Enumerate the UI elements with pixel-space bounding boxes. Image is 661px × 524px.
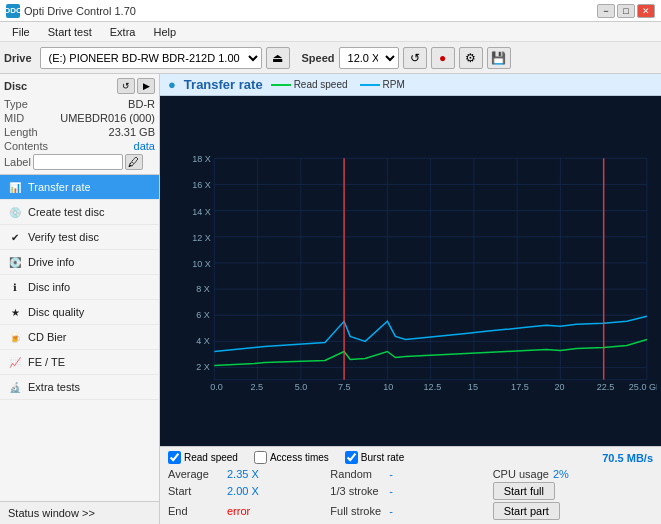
sidebar: Disc ↺ ▶ Type BD-R MID UMEBDR016 (000) L… <box>0 74 160 524</box>
access-times-checkbox-label: Access times <box>270 452 329 463</box>
svg-text:10: 10 <box>383 382 393 392</box>
nav-cd-bier-label: CD Bier <box>28 331 67 343</box>
rpm-legend-color <box>360 84 380 86</box>
nav-disc-info-label: Disc info <box>28 281 70 293</box>
stat-start-row: Start 2.00 X <box>168 482 328 500</box>
stat-fullstroke-label: Full stroke <box>330 505 385 517</box>
menu-bar: File Start test Extra Help <box>0 22 661 42</box>
app-icon: ODC <box>6 4 20 18</box>
window-controls[interactable]: − □ ✕ <box>597 4 655 18</box>
drive-select[interactable]: (E:) PIONEER BD-RW BDR-212D 1.00 <box>40 47 262 69</box>
extra-tests-icon: 🔬 <box>8 380 22 394</box>
start-part-button[interactable]: Start part <box>493 502 560 520</box>
menu-file[interactable]: File <box>4 24 38 40</box>
read-speed-checkbox-label: Read speed <box>184 452 238 463</box>
disc-mid-label: MID <box>4 112 24 124</box>
svg-text:10 X: 10 X <box>192 259 211 269</box>
nav-fe-te[interactable]: 📈 FE / TE <box>0 350 159 375</box>
disc-length-value: 23.31 GB <box>109 126 155 138</box>
title-bar: ODC Opti Drive Control 1.70 − □ ✕ <box>0 0 661 22</box>
stat-cpu-label: CPU usage <box>493 468 549 480</box>
burn-button[interactable]: ● <box>431 47 455 69</box>
speed-select[interactable]: 12.0 X ▼ <box>339 47 399 69</box>
nav-transfer-rate-label: Transfer rate <box>28 181 91 193</box>
nav-transfer-rate[interactable]: 📊 Transfer rate <box>0 175 159 200</box>
main-area: Disc ↺ ▶ Type BD-R MID UMEBDR016 (000) L… <box>0 74 661 524</box>
disc-info-icon[interactable]: ▶ <box>137 78 155 94</box>
disc-label-row: Label 🖊 <box>4 154 155 170</box>
svg-text:14 X: 14 X <box>192 207 211 217</box>
chart-title: Transfer rate <box>184 77 263 92</box>
nav-disc-quality-label: Disc quality <box>28 306 84 318</box>
disc-label-label: Label <box>4 156 31 168</box>
access-times-checkbox[interactable] <box>254 451 267 464</box>
svg-text:8 X: 8 X <box>196 284 210 294</box>
read-speed-legend-color <box>271 84 291 86</box>
start-full-button[interactable]: Start full <box>493 482 555 500</box>
stat-end-row: End error <box>168 502 328 520</box>
nav-cd-bier[interactable]: 🍺 CD Bier <box>0 325 159 350</box>
legend-read-speed: Read speed <box>271 79 348 90</box>
svg-text:5.0: 5.0 <box>295 382 308 392</box>
status-window-label: Status window >> <box>8 507 95 519</box>
burst-rate-checkbox[interactable] <box>345 451 358 464</box>
disc-section-label: Disc <box>4 80 27 92</box>
stat-fullstroke-value: - <box>389 505 439 517</box>
svg-text:25.0 GB: 25.0 GB <box>629 382 657 392</box>
disc-label-input[interactable] <box>33 154 123 170</box>
transfer-rate-chart: 18 X 16 X 14 X 12 X 10 X 8 X 6 X 4 X 2 X <box>164 100 657 442</box>
rpm-legend-label: RPM <box>383 79 405 90</box>
svg-text:2.5: 2.5 <box>251 382 264 392</box>
stat-cpu-value: 2% <box>553 468 603 480</box>
fe-te-icon: 📈 <box>8 355 22 369</box>
cd-bier-icon: 🍺 <box>8 330 22 344</box>
maximize-button[interactable]: □ <box>617 4 635 18</box>
menu-extra[interactable]: Extra <box>102 24 144 40</box>
read-speed-checkbox[interactable] <box>168 451 181 464</box>
nav-extra-tests[interactable]: 🔬 Extra tests <box>0 375 159 400</box>
disc-section: Disc ↺ ▶ Type BD-R MID UMEBDR016 (000) L… <box>0 74 159 175</box>
nav-drive-info[interactable]: 💽 Drive info <box>0 250 159 275</box>
menu-help[interactable]: Help <box>145 24 184 40</box>
nav-drive-info-label: Drive info <box>28 256 74 268</box>
stat-start-value: 2.00 X <box>227 485 277 497</box>
settings-button[interactable]: ⚙ <box>459 47 483 69</box>
disc-type-value: BD-R <box>128 98 155 110</box>
stats-area: Read speed Access times Burst rate 70.5 … <box>160 446 661 524</box>
menu-start-test[interactable]: Start test <box>40 24 100 40</box>
stat-start-label: Start <box>168 485 223 497</box>
nav-section: 📊 Transfer rate 💿 Create test disc ✔ Ver… <box>0 175 159 501</box>
nav-verify-test-disc[interactable]: ✔ Verify test disc <box>0 225 159 250</box>
stat-fullstroke-row: Full stroke - <box>330 502 490 520</box>
svg-text:15: 15 <box>468 382 478 392</box>
drive-label: Drive <box>4 52 32 64</box>
eject-button[interactable]: ⏏ <box>266 47 290 69</box>
stat-average-value: 2.35 X <box>227 468 277 480</box>
disc-contents-row: Contents data <box>4 140 155 152</box>
svg-text:20: 20 <box>554 382 564 392</box>
refresh-button[interactable]: ↺ <box>403 47 427 69</box>
svg-text:17.5: 17.5 <box>511 382 529 392</box>
stat-stroke13-label: 1/3 stroke <box>330 485 385 497</box>
chart-area: 18 X 16 X 14 X 12 X 10 X 8 X 6 X 4 X 2 X <box>160 96 661 446</box>
nav-disc-quality[interactable]: ★ Disc quality <box>0 300 159 325</box>
disc-quality-icon: ★ <box>8 305 22 319</box>
disc-label-button[interactable]: 🖊 <box>125 154 143 170</box>
stat-random-value: - <box>389 468 439 480</box>
minimize-button[interactable]: − <box>597 4 615 18</box>
close-button[interactable]: ✕ <box>637 4 655 18</box>
disc-refresh-icon[interactable]: ↺ <box>117 78 135 94</box>
stat-cpu-row: CPU usage 2% <box>493 468 653 480</box>
nav-disc-info[interactable]: ℹ Disc info <box>0 275 159 300</box>
stats-legend-row: Read speed Access times Burst rate 70.5 … <box>168 451 653 464</box>
nav-create-test-disc[interactable]: 💿 Create test disc <box>0 200 159 225</box>
nav-extra-tests-label: Extra tests <box>28 381 80 393</box>
disc-mid-row: MID UMEBDR016 (000) <box>4 112 155 124</box>
stat-stroke13-row: 1/3 stroke - <box>330 482 490 500</box>
transfer-rate-icon: 📊 <box>8 180 22 194</box>
stat-startpart-row: Start part <box>493 502 653 520</box>
disc-info-icon: ℹ <box>8 280 22 294</box>
save-button[interactable]: 💾 <box>487 47 511 69</box>
status-window-button[interactable]: Status window >> <box>0 501 159 524</box>
disc-contents-value: data <box>134 140 155 152</box>
